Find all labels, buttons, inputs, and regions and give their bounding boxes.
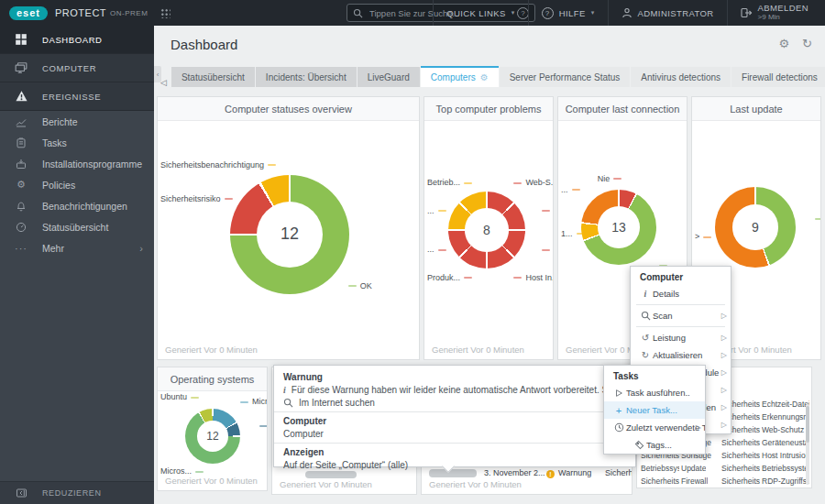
panel-top-computer-problems: Top computer problems8Web-S.........Host…	[424, 96, 554, 360]
donut-center-total: 12	[197, 421, 228, 452]
sidebar-item-mehr[interactable]: ···Mehr›	[0, 237, 154, 258]
sidebar-item-tasks[interactable]: Tasks	[0, 132, 154, 153]
panel-title: Operating systems	[158, 367, 267, 391]
warn-icon	[0, 90, 42, 103]
submenu-arrow-icon: ▷	[696, 423, 701, 432]
table-cell: Erkennungsrou...	[762, 412, 809, 422]
tab-liveguard[interactable]: LiveGuard	[358, 67, 420, 87]
computer-menu-item-aktualisieren[interactable]: ↻Aktualisieren▷	[631, 346, 731, 364]
sidebar-item-benachrichtigungen[interactable]: Benachrichtigungen	[0, 195, 154, 216]
sidebar-item-label: Berichte	[42, 116, 78, 127]
donut-segment-label: ...	[427, 245, 450, 254]
clock-icon	[611, 422, 626, 433]
tab-settings-gear-icon[interactable]: ⚙	[480, 72, 489, 82]
brand-suffix: ON-PREM	[110, 9, 148, 17]
donut-segment-label: Host In...	[510, 273, 554, 282]
table-cell: Update	[681, 464, 706, 473]
callout-line	[577, 233, 585, 235]
table-scrollbar-thumb[interactable]	[806, 406, 809, 443]
topbar-menu-quick-links[interactable]: QUICK LINKS▾	[433, 0, 528, 26]
info-icon: i	[283, 385, 286, 395]
topbar-menu-label: ADMINISTRATOR	[638, 8, 714, 18]
donut-segment-label: Sicherheitsrisiko	[160, 194, 236, 203]
computer-menu-item-leistung[interactable]: ↺Leistung▷	[631, 329, 731, 346]
donut-segment-label: ...	[538, 245, 554, 254]
sidebar-item-dashboard[interactable]: DASHBOARD	[0, 26, 154, 54]
menu-item-label: Tags...	[646, 440, 672, 450]
callout-line	[464, 277, 472, 279]
sidebar-item-label: DASHBOARD	[42, 35, 103, 45]
tasks-menu-item-neuer-task-[interactable]: +Neuer Task...	[604, 401, 705, 419]
sidebar-item-ereignisse[interactable]: EREIGNISSE	[0, 82, 154, 111]
panel-generated-footer: Generiert Vor 0 Minuten	[432, 345, 524, 355]
warning-info-row: i Für diese Warnung haben wir leider kei…	[283, 385, 626, 395]
menu-divider	[636, 304, 725, 305]
menu-item-label: Zuletzt verwendete Tasks	[626, 422, 705, 433]
donut-segment-label: ...	[427, 206, 450, 215]
sidebar-item-status-bersicht[interactable]: Statusübersicht	[0, 216, 154, 237]
tasks-menu-item-tags-[interactable]: Tags...	[604, 436, 705, 454]
computer-menu-title: Computer	[631, 267, 731, 285]
callout-line	[268, 164, 276, 166]
more-icon: ···	[0, 243, 42, 254]
tab-label: LiveGuard	[368, 72, 410, 82]
tab-incidents-bersicht[interactable]: Incidents: Übersicht	[256, 67, 357, 87]
callout-line	[438, 210, 446, 212]
bell-icon	[0, 201, 42, 212]
callout-line	[438, 249, 446, 251]
sidebar-item-installationsprogramme[interactable]: Installationsprogramme	[0, 153, 154, 174]
panel-generated-footer: Generiert Vor 0 Minuten	[165, 476, 258, 486]
tasks-menu-item-zuletzt-verwendete-tasks[interactable]: Zuletzt verwendete Tasks▷	[604, 419, 705, 436]
sidebar-item-policies[interactable]: ⚙Policies	[0, 174, 154, 195]
topbar-menu-abmelden[interactable]: ABMELDEN>9 Min	[727, 0, 821, 26]
computer-menu-item-scan[interactable]: Scan▷	[631, 307, 731, 324]
callout-line	[542, 210, 550, 212]
dashboard-settings-gear-icon[interactable]: ⚙	[778, 37, 789, 50]
popup-computer-item[interactable]: Computer	[283, 429, 626, 439]
panel-generated-footer: Generiert Vor 0 Minuten	[429, 479, 522, 489]
callout-line	[572, 189, 580, 191]
chevron-down-icon: ▾	[512, 9, 515, 16]
computer-menu-item-details[interactable]: iDetails	[631, 285, 731, 302]
eset-logo[interactable]: eset	[9, 6, 48, 20]
tab-antivirus-detections[interactable]: Antivirus detections	[631, 67, 731, 87]
popup-show-item[interactable]: Auf der Seite „Computer“ (alle)	[283, 460, 626, 470]
tab-computers[interactable]: Computers⚙	[421, 66, 499, 87]
sidebar-item-label: COMPUTER	[42, 63, 96, 73]
panel-title: Computer statuses overview	[158, 97, 419, 121]
tab-server-performance-status[interactable]: Server Performance Status	[500, 67, 631, 87]
page-title: Dashboard	[170, 37, 237, 52]
donut-segment-label: 1...	[561, 229, 588, 238]
table-cell: Betriebssystem...	[762, 464, 809, 473]
tab-scroll-left-icon[interactable]: ◁	[156, 78, 171, 87]
topbar-menu-administrator[interactable]: ADMINISTRATOR	[608, 0, 727, 26]
donut-segment-label: Web-S...	[510, 178, 554, 187]
callout-line	[513, 182, 522, 184]
table-row[interactable]: Sicherheitsanw...FirewallSicherheitsben.…	[637, 477, 811, 488]
table-row[interactable]: BetriebssystemUpdateSicherheitsben...Bet…	[637, 464, 811, 476]
tab-firewall-detections[interactable]: Firewall detections	[732, 67, 825, 87]
sidebar-item-berichte[interactable]: Berichte	[0, 111, 154, 132]
dashboard-tabstrip: ◁StatusübersichtIncidents: ÜbersichtLive…	[156, 66, 825, 87]
app-grid-icon[interactable]	[160, 8, 170, 18]
sidebar-item-label: Mehr	[42, 243, 64, 254]
donut-segment-label: Ubuntu	[160, 392, 203, 401]
warning-popup: Warnung i Für diese Warnung haben wir le…	[273, 365, 636, 467]
tasks-menu-item-task-ausf-hren-[interactable]: Task ausführen..	[604, 384, 705, 401]
topbar-menu-hilfe[interactable]: ?HILFE▾	[528, 0, 608, 26]
donut-center-total: 8	[465, 208, 508, 251]
sidebar-item-label: Policies	[42, 180, 75, 191]
dashboard-refresh-icon[interactable]: ↻	[802, 37, 812, 50]
callout-line	[613, 178, 622, 180]
search-internet-action[interactable]: Im Internet suchen	[283, 398, 626, 408]
sidebar-item-computer[interactable]: COMPUTER	[0, 54, 154, 82]
search-icon	[353, 8, 363, 18]
panel-title: Last update	[692, 97, 820, 121]
grid-icon	[0, 33, 42, 46]
sidebar-collapse-button[interactable]: REDUZIEREN	[0, 481, 154, 504]
donut-segment-label: OK	[345, 281, 372, 290]
tab-status-bersicht[interactable]: Statusübersicht	[171, 67, 255, 87]
table-cell: Web-Schutz ist...	[762, 425, 809, 434]
table-cell: Sicherheitsanw...	[641, 477, 679, 486]
table-cell: Host Intrusion ...	[762, 451, 809, 460]
